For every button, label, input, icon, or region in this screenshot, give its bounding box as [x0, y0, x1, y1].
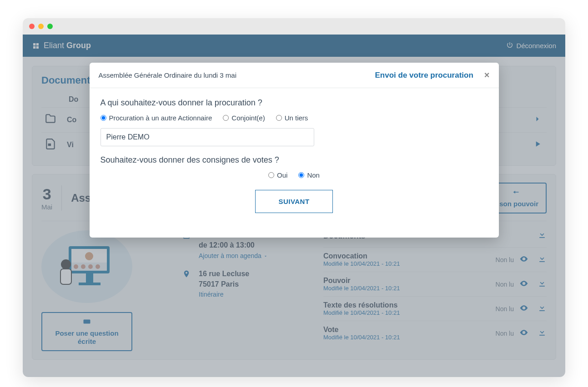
vote-instruction-radios: Oui Non: [101, 171, 488, 179]
modal-subtitle: Assemblée Générale Ordinaire du lundi 3 …: [99, 71, 237, 79]
next-button[interactable]: SUIVANT: [255, 190, 332, 213]
modal-body: A qui souhaitez-vous donner la procurati…: [90, 88, 499, 238]
radio-actionnaire[interactable]: Procuration à un autre Actionnaire: [101, 114, 212, 122]
proxy-recipient-radios: Procuration à un autre Actionnaire Conjo…: [101, 114, 488, 122]
radio-conjoint-input[interactable]: [223, 115, 229, 121]
window-titlebar: [23, 18, 565, 35]
modal-question-1: A qui souhaitez-vous donner la procurati…: [101, 98, 488, 108]
modal-header: Assemblée Générale Ordinaire du lundi 3 …: [90, 63, 499, 88]
radio-oui[interactable]: Oui: [268, 171, 287, 179]
radio-tiers[interactable]: Un tiers: [276, 114, 308, 122]
modal-footer: SUIVANT: [101, 190, 488, 228]
radio-tiers-input[interactable]: [276, 115, 282, 121]
radio-non-input[interactable]: [298, 172, 304, 178]
modal-question-2: Souhaitez-vous donner des consignes de v…: [101, 155, 488, 165]
window-min-dot[interactable]: [38, 24, 44, 29]
radio-actionnaire-input[interactable]: [101, 115, 106, 121]
radio-conjoint[interactable]: Conjoint(e): [223, 114, 265, 122]
browser-window: Eliant Group Déconnexion Documents p Do …: [23, 18, 565, 377]
radio-oui-input[interactable]: [268, 172, 274, 178]
app-root: Eliant Group Déconnexion Documents p Do …: [23, 35, 565, 377]
window-max-dot[interactable]: [47, 24, 53, 29]
modal-close-icon[interactable]: ×: [484, 70, 490, 80]
modal-title: Envoi de votre procuration: [375, 71, 473, 80]
recipient-name-input[interactable]: [101, 128, 314, 146]
procuration-modal: Assemblée Générale Ordinaire du lundi 3 …: [90, 63, 499, 238]
radio-non[interactable]: Non: [298, 171, 320, 179]
window-close-dot[interactable]: [29, 24, 35, 29]
